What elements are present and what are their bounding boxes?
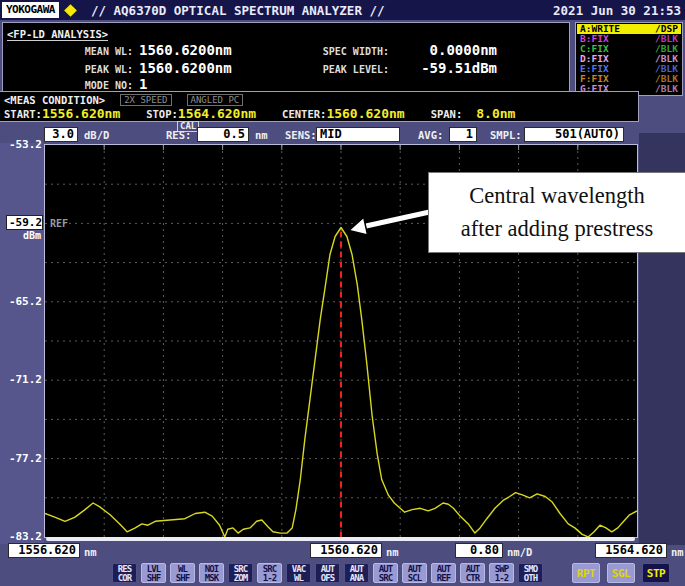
x-start-unit: nm — [84, 546, 97, 558]
mode-no-value: 1 — [139, 78, 147, 91]
y-axis-label: -71.2 — [2, 373, 42, 386]
softkey-aut-ref[interactable]: AUTREF — [431, 563, 456, 583]
x-stop-unit: nm — [671, 546, 684, 558]
ref-level-box[interactable]: -59.2 — [6, 215, 43, 230]
y-axis-label: -65.2 — [2, 295, 42, 308]
app-title: // AQ6370D OPTICAL SPECTRUM ANALYZER // — [91, 3, 385, 18]
header-bar: YOKOGAWA // AQ6370D OPTICAL SPECTRUM ANA… — [0, 0, 685, 20]
mean-wl-value: 1560.6200nm — [139, 42, 291, 58]
annotation-arrow-head — [349, 217, 368, 235]
sweep-settings-row: 3.0 dB/D CAL RES: 0.5 nm SENS: MID AVG: … — [0, 121, 685, 144]
smpl-label: SMPL: — [490, 129, 522, 141]
meas-condition-title: <MEAS CONDITION> — [4, 94, 105, 106]
level-scale-field[interactable]: 3.0 — [44, 127, 78, 142]
peak-wl-label: PEAK WL: — [3, 62, 139, 78]
fp-ld-analysis-title: <FP-LD ANALYSIS> — [7, 28, 108, 41]
y-axis-label: -53.2 — [2, 138, 42, 151]
peak-level-label: PEAK LEVEL: — [291, 62, 395, 78]
start-label: START: — [4, 108, 42, 120]
softkey-res-cor[interactable]: RESCOR — [112, 563, 137, 583]
spec-width-value: 0.0000nm — [395, 42, 497, 58]
softkey-aut-ana[interactable]: AUTANA — [344, 563, 369, 583]
avg-label: AVG: — [418, 129, 443, 141]
x-center-unit: nm — [386, 546, 399, 558]
x-start-readout[interactable]: 1556.620 — [8, 543, 80, 558]
span-value[interactable]: 8.0nm — [476, 106, 515, 121]
softkey-src-1-2[interactable]: SRC1-2 — [257, 563, 282, 583]
softkey-noi-msk[interactable]: NOIMSK — [199, 563, 224, 583]
meas-condition-values: START: 1556.620nm STOP: 1564.620nm CENTE… — [0, 106, 638, 121]
x-scale-unit: nm/D — [507, 546, 532, 558]
softkey-aut-ofs[interactable]: AUTOFS — [315, 563, 340, 583]
meas-condition-panel: <MEAS CONDITION> 2X SPEED ANGLED PC STAR… — [0, 91, 639, 122]
res-field[interactable]: 0.5 — [197, 127, 249, 142]
datetime-display: 2021 Jun 30 21:53 — [553, 3, 681, 18]
softkey-wl-shf[interactable]: WLSHF — [170, 563, 195, 583]
peak-wl-value: 1560.6200nm — [139, 60, 291, 76]
trace-display-mode: /BLK — [655, 84, 678, 94]
fp-ld-analysis-panel: <FP-LD ANALYSIS> MEAN WL: 1560.6200nm SP… — [2, 22, 570, 96]
trace-legend-panel: A:WRITE/DSPB:FIX/BLKC:FIX/BLKD:FIX/BLKE:… — [575, 22, 683, 96]
y-axis-strip: -53.2-59.2dBm-65.2-71.2-77.2-83.2 — [0, 143, 44, 544]
center-label: CENTER: — [282, 108, 326, 120]
softkey-vac-wl[interactable]: VACWL — [286, 563, 311, 583]
yokogawa-logo: YOKOGAWA — [2, 2, 59, 18]
horizontal-scrollbar[interactable] — [46, 537, 635, 541]
mean-wl-label: MEAN WL: — [3, 44, 139, 60]
analysis-row-1: MEAN WL: 1560.6200nm SPEC WIDTH: 0.0000n… — [3, 42, 569, 60]
x-stop-readout[interactable]: 1564.620 — [595, 543, 667, 558]
level-scale-unit: dB/D — [84, 129, 109, 141]
spec-width-label: SPEC WIDTH: — [291, 44, 395, 60]
x-center-readout[interactable]: 1560.620 — [310, 543, 382, 558]
ref-line-label: REF — [50, 218, 68, 229]
sgl-button[interactable]: SGL — [607, 563, 635, 583]
softkey-aut-scl[interactable]: AUTSCL — [402, 563, 427, 583]
start-value[interactable]: 1556.620nm — [42, 106, 120, 121]
connector-badge: ANGLED PC — [187, 94, 244, 106]
y-axis-unit: dBm — [23, 230, 41, 241]
sens-field[interactable]: MID — [316, 127, 400, 142]
sens-label: SENS: — [285, 129, 317, 141]
annotation-line-1: Central wavelength — [429, 179, 685, 212]
avg-field[interactable]: 1 — [449, 127, 477, 142]
center-value[interactable]: 1560.620nm — [326, 106, 404, 121]
stp-button[interactable]: STP — [642, 563, 670, 583]
softkey-src-zom[interactable]: SRCZOM — [228, 563, 253, 583]
analysis-row-2: PEAK WL: 1560.6200nm PEAK LEVEL: -59.51d… — [3, 60, 569, 78]
softkey-toolbar: RESCORLVLSHFWLSHFNOIMSKSRCZOMSRC1-2VACWL… — [0, 563, 685, 585]
stop-value[interactable]: 1564.620nm — [178, 106, 256, 121]
x-axis-labels-row: 1556.620 nm 1560.620 nm 0.80 nm/D 1564.6… — [0, 541, 685, 560]
res-label: RES: — [166, 129, 191, 141]
y-axis-label: -77.2 — [2, 452, 42, 465]
smpl-field[interactable]: 501(AUTO) — [524, 127, 624, 142]
speed-badge: 2X SPEED — [120, 94, 171, 106]
softkey-aut-ctr[interactable]: AUTCTR — [460, 563, 485, 583]
peak-level-value: -59.51dBm — [395, 60, 497, 76]
annotation-callout: Central wavelength after adding prestres… — [428, 172, 685, 253]
meas-condition-header: <MEAS CONDITION> 2X SPEED ANGLED PC — [0, 93, 638, 106]
softkey-swp-1-2[interactable]: SWP1-2 — [489, 563, 514, 583]
res-unit: nm — [255, 129, 268, 141]
softkey-lvl-shf[interactable]: LVLSHF — [141, 563, 166, 583]
stop-label: STOP: — [146, 108, 178, 120]
softkey-smo-oth[interactable]: SMOOTH — [518, 563, 543, 583]
function-buttons-group: RESCORLVLSHFWLSHFNOIMSKSRCZOMSRC1-2VACWL… — [112, 563, 543, 583]
rpt-button[interactable]: RPT — [572, 563, 600, 583]
softkey-aut-src[interactable]: AUTSRC — [373, 563, 398, 583]
analysis-row-3: MODE NO: 1 — [3, 78, 569, 92]
annotation-line-2: after adding prestress — [429, 212, 685, 245]
x-scale-readout[interactable]: 0.80 — [455, 543, 503, 558]
span-label: SPAN: — [431, 108, 463, 120]
yokogawa-diamond-icon — [64, 4, 77, 17]
sweep-control-buttons-group: RPTSGLSTP — [572, 563, 670, 583]
